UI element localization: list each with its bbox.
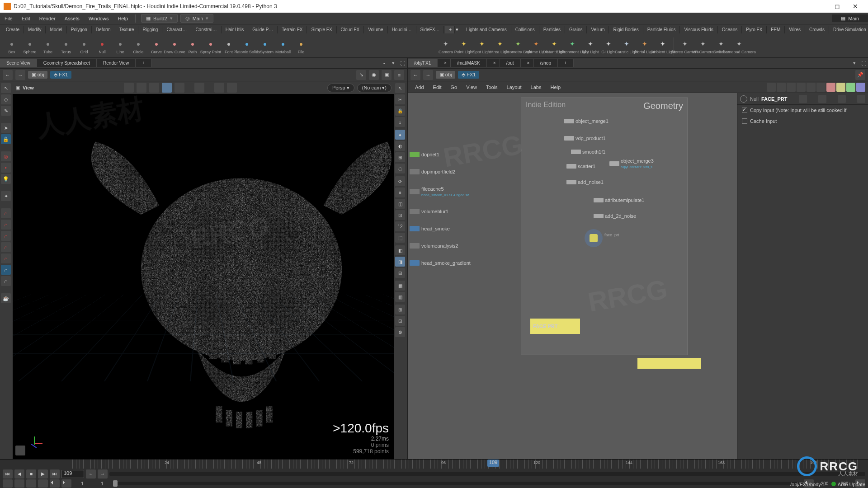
pin-icon[interactable]: 📌: [855, 70, 865, 80]
menu-assets[interactable]: Assets: [60, 13, 84, 24]
tool-file[interactable]: ●File: [292, 39, 310, 54]
layers-icon[interactable]: ≡: [394, 70, 404, 80]
scope-icon[interactable]: [14, 479, 24, 488]
snapshot-icon[interactable]: [227, 83, 237, 93]
shelf-tab[interactable]: Particle Fluids: [643, 26, 680, 33]
chevron-down-icon[interactable]: ▾: [850, 59, 859, 68]
tool-tube[interactable]: ●Tube: [39, 39, 57, 54]
shelf-tab[interactable]: Viscous Fluids: [680, 26, 717, 33]
opt-icon[interactable]: [836, 83, 845, 92]
step-icon[interactable]: →: [98, 469, 108, 479]
magnet-icon[interactable]: ∩: [1, 220, 11, 230]
pane-tab[interactable]: /obj/FX1: [408, 59, 438, 67]
shelf-tab[interactable]: Drive Simulation: [829, 26, 868, 33]
sticky-note[interactable]: FACE PRT: [530, 319, 580, 334]
key-icon[interactable]: [3, 479, 13, 488]
shelf-tab[interactable]: Collisions: [511, 26, 539, 33]
grid-icon[interactable]: [797, 83, 806, 92]
select-icon[interactable]: ↖: [1, 83, 11, 93]
shelf-left[interactable]: CreateModifyModelPolygonDeformTextureRig…: [2, 26, 444, 33]
pane-tab[interactable]: /out: [500, 59, 521, 67]
next-icon[interactable]: ⏵: [61, 479, 71, 488]
display-opt-icon[interactable]: ◨: [395, 257, 405, 267]
shelf-tab[interactable]: Hair Utils: [222, 26, 249, 33]
tool-sky-light[interactable]: ✦Sky Light: [581, 39, 599, 54]
node[interactable]: head_smoke: [410, 226, 471, 231]
shelf-tab[interactable]: Crowds: [805, 26, 829, 33]
auto-update-label[interactable]: Auto Update: [838, 482, 865, 487]
pane-tab[interactable]: /shop: [534, 59, 558, 67]
shelf-tab[interactable]: Create: [2, 26, 24, 33]
magnet-icon[interactable]: ∩: [1, 265, 11, 275]
first-frame-button[interactable]: ⏮: [3, 469, 13, 479]
cube-icon[interactable]: ▣: [382, 70, 392, 80]
wrench-icon[interactable]: [767, 83, 776, 92]
shade-smooth-icon[interactable]: ●: [395, 130, 405, 140]
eye-icon[interactable]: ◉: [369, 70, 379, 80]
snap-icon[interactable]: [15, 446, 25, 455]
tool-ambient-light[interactable]: ✦Ambient Light: [654, 39, 672, 54]
tool-camera[interactable]: ✦Camera: [437, 39, 455, 54]
magnet-icon[interactable]: ∩: [1, 276, 11, 286]
shelf-tab[interactable]: Charact…: [162, 26, 191, 33]
tab-close[interactable]: ×: [487, 59, 500, 67]
menu-edit[interactable]: Edit: [17, 13, 35, 24]
cup-icon[interactable]: ☕: [1, 293, 11, 303]
tool-caustic-light[interactable]: ✦Caustic Light: [618, 39, 636, 54]
vopt-icon[interactable]: [137, 83, 146, 93]
tool-circle[interactable]: ●Circle: [129, 39, 147, 54]
tool-stereo-camera[interactable]: ✦Stereo Camera: [676, 39, 694, 54]
magnet-icon[interactable]: ∩: [1, 208, 11, 218]
menu-file[interactable]: File: [0, 13, 17, 24]
opt-icon[interactable]: [846, 83, 855, 92]
stop-button[interactable]: ■: [26, 469, 36, 479]
shelf-tab[interactable]: Modify: [24, 26, 46, 33]
shelf-tab[interactable]: Deform: [92, 26, 115, 33]
realtime-icon[interactable]: [38, 479, 48, 488]
tool-gamepad-camera[interactable]: ✦Gamepad Camera: [730, 39, 748, 54]
cam-persp[interactable]: Persp ▾: [327, 84, 354, 92]
range-start2[interactable]: 1: [93, 481, 111, 486]
node[interactable]: object_merge3copyPointAttrs: bind_s: [609, 158, 654, 169]
back-button[interactable]: ←: [3, 70, 13, 80]
back-button[interactable]: ←: [410, 70, 420, 80]
netmenu-tools[interactable]: Tools: [481, 84, 502, 90]
magnet-icon[interactable]: ∩: [1, 231, 11, 241]
tree-icon[interactable]: [807, 83, 816, 92]
node[interactable]: dopnet1: [410, 152, 471, 157]
tool-grid[interactable]: ●Grid: [75, 39, 93, 54]
point-icon[interactable]: •: [1, 163, 11, 173]
home-icon[interactable]: ⌂: [395, 117, 405, 127]
sticky-note[interactable]: [637, 358, 701, 369]
shelf-tab[interactable]: FEM: [767, 26, 785, 33]
ghost-icon[interactable]: ◌: [395, 164, 405, 174]
selected-node-ring[interactable]: [585, 229, 603, 247]
shelf-tab[interactable]: Rigid Bodies: [609, 26, 643, 33]
tool-curve[interactable]: ●Curve: [147, 39, 165, 54]
copy-input-checkbox[interactable]: [742, 108, 747, 113]
tool-environment-light[interactable]: ✦Environment Light: [563, 39, 581, 54]
vopt-icon[interactable]: [162, 83, 172, 93]
scissors-icon[interactable]: ✂: [395, 94, 405, 104]
pane-tab[interactable]: Geometry Spreadsheet: [37, 59, 97, 67]
display-opt-icon[interactable]: ◧: [395, 245, 405, 255]
node[interactable]: add_2d_noise: [594, 213, 636, 219]
timeline-ruler[interactable]: 24487296120144168192 109: [0, 460, 868, 469]
shelf-tab[interactable]: Volume: [364, 26, 387, 33]
chevron-down-icon[interactable]: ▾: [389, 59, 398, 68]
shelf-tab[interactable]: Vellum: [587, 26, 609, 33]
magnet-icon[interactable]: ∩: [1, 253, 11, 263]
tool-path[interactable]: ●Path: [184, 39, 202, 54]
tool-spray-paint[interactable]: ●Spray Paint: [202, 39, 220, 54]
shelf-tab[interactable]: Constrai…: [191, 26, 221, 33]
play-back-button[interactable]: ◀: [14, 469, 24, 479]
maximize-button[interactable]: ◻: [828, 0, 846, 13]
pane-toggle[interactable]: ▪: [380, 59, 389, 68]
shelf-tab[interactable]: Lights and Cameras: [462, 26, 511, 33]
vopt-icon[interactable]: [175, 83, 184, 93]
gear-icon[interactable]: [214, 83, 224, 93]
pane-tab[interactable]: Render View: [97, 59, 136, 67]
shelf-tab[interactable]: Polygon: [67, 26, 92, 33]
node[interactable]: smooth1f1: [571, 149, 605, 155]
shelf-add[interactable]: +: [445, 26, 455, 33]
